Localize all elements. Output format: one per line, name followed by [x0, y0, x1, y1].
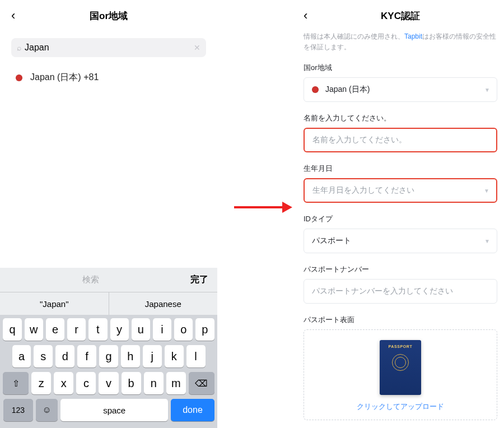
key-c[interactable]: c [76, 372, 96, 394]
key-row-4: 123 ☺ space done [2, 399, 216, 421]
name-placeholder: 名前を入力してください。 [312, 135, 407, 145]
passnum-placeholder: パスポートナンバーを入力してください [312, 286, 453, 296]
key-f[interactable]: f [77, 345, 96, 367]
key-row-1: q w e r t y u i o p [2, 318, 216, 341]
passnum-label: パスポートナンバー [304, 264, 497, 275]
key-h[interactable]: h [121, 345, 140, 367]
kyc-info-text: 情報は本人確認にのみ使用され、Tapbitはお客様の情報の安全性を保証します。 [304, 31, 497, 53]
dob-select[interactable]: 生年月日を入力してください ▼ [304, 178, 497, 203]
key-s[interactable]: s [34, 345, 53, 367]
dob-placeholder: 生年月日を入力してください [312, 185, 414, 196]
search-field[interactable]: ⌕ ✕ [11, 38, 206, 57]
passnum-input[interactable]: パスポートナンバーを入力してください [304, 279, 497, 304]
suggestion-2[interactable]: Japanese [109, 292, 218, 315]
keyboard-search-label: 検索 [0, 275, 181, 285]
key-v[interactable]: v [99, 372, 118, 394]
left-title: 国or地域 [25, 10, 193, 22]
keyboard-done-top[interactable]: 完了 [181, 274, 217, 286]
key-j[interactable]: j [143, 345, 162, 367]
name-label: 名前を入力してください。 [304, 113, 497, 123]
passport-upload[interactable]: PASSPORT クリックしてアップロード [304, 329, 497, 420]
key-emoji[interactable]: ☺ [36, 399, 58, 421]
passport-icon: PASSPORT [380, 340, 421, 395]
country-select-screen: ‹ 国or地域 ⌕ ✕ Japan (日本) +81 検索 完了 "Japan"… [0, 0, 217, 428]
key-q[interactable]: q [3, 318, 21, 341]
country-result-japan[interactable]: Japan (日本) +81 [0, 63, 217, 92]
key-b[interactable]: b [122, 372, 141, 394]
region-label: 国or地域 [304, 63, 497, 73]
key-o[interactable]: o [174, 318, 193, 341]
left-header: ‹ 国or地域 [0, 0, 217, 31]
chevron-down-icon: ▼ [484, 188, 489, 194]
flow-arrow-icon [234, 202, 292, 213]
key-backspace[interactable]: ⌫ [189, 372, 214, 394]
country-result-label: Japan (日本) +81 [30, 72, 99, 83]
key-x[interactable]: x [54, 372, 73, 394]
key-p[interactable]: p [195, 318, 214, 341]
passport-word: PASSPORT [389, 345, 413, 348]
idtype-select[interactable]: パスポート ▼ [304, 229, 497, 253]
keyboard-accessory: 検索 完了 [0, 268, 217, 292]
keyboard-suggestions: "Japan" Japanese [0, 292, 217, 315]
info-pre: 情報は本人確認にのみ使用され、 [304, 32, 404, 40]
key-l[interactable]: l [186, 345, 206, 367]
passface-label: パスポート表面 [304, 315, 497, 325]
right-title: KYC認証 [317, 10, 484, 22]
key-row-2: a s d f g h j k l [2, 345, 216, 367]
software-keyboard: 検索 完了 "Japan" Japanese q w e r t y u i o… [0, 268, 217, 428]
tapbit-link[interactable]: Tapbit [404, 32, 422, 40]
passport-crest-icon [392, 354, 409, 371]
flag-icon [16, 75, 22, 81]
chevron-down-icon: ▼ [484, 238, 490, 244]
key-shift[interactable]: ⇧ [3, 372, 29, 394]
key-row-3: ⇧ z x c v b n m ⌫ [2, 372, 216, 394]
upload-text: クリックしてアップロード [357, 402, 444, 412]
right-header: ‹ KYC認証 [304, 0, 497, 31]
key-i[interactable]: i [153, 318, 171, 341]
region-value: Japan (日本) [325, 85, 370, 95]
idtype-label: IDタイプ [304, 214, 497, 224]
name-input[interactable]: 名前を入力してください。 [304, 128, 497, 152]
search-icon: ⌕ [17, 43, 21, 52]
key-done[interactable]: done [171, 399, 214, 421]
flag-icon [312, 86, 319, 93]
region-select[interactable]: Japan (日本) ▼ [304, 77, 497, 102]
kyc-form-screen: ‹ KYC認証 情報は本人確認にのみ使用され、Tapbitはお客様の情報の安全性… [297, 0, 504, 428]
key-e[interactable]: e [46, 318, 64, 341]
dob-label: 生年月日 [304, 164, 497, 174]
key-space[interactable]: space [60, 399, 169, 421]
search-input[interactable] [25, 43, 194, 53]
idtype-value: パスポート [312, 236, 351, 246]
key-z[interactable]: z [31, 372, 51, 394]
keyboard-keys: q w e r t y u i o p a s d f g h j k l [0, 315, 217, 428]
clear-icon[interactable]: ✕ [194, 43, 200, 52]
key-g[interactable]: g [99, 345, 118, 367]
back-icon[interactable]: ‹ [304, 8, 317, 23]
chevron-down-icon: ▼ [484, 87, 490, 93]
key-t[interactable]: t [88, 318, 107, 341]
key-w[interactable]: w [25, 318, 43, 341]
suggestion-1[interactable]: "Japan" [0, 292, 109, 315]
key-m[interactable]: m [166, 372, 186, 394]
key-n[interactable]: n [144, 372, 164, 394]
key-k[interactable]: k [165, 345, 184, 367]
key-123[interactable]: 123 [3, 399, 34, 421]
back-icon[interactable]: ‹ [11, 8, 25, 23]
key-r[interactable]: r [67, 318, 86, 341]
key-d[interactable]: d [55, 345, 74, 367]
key-y[interactable]: y [110, 318, 129, 341]
key-u[interactable]: u [132, 318, 150, 341]
key-a[interactable]: a [12, 345, 31, 367]
